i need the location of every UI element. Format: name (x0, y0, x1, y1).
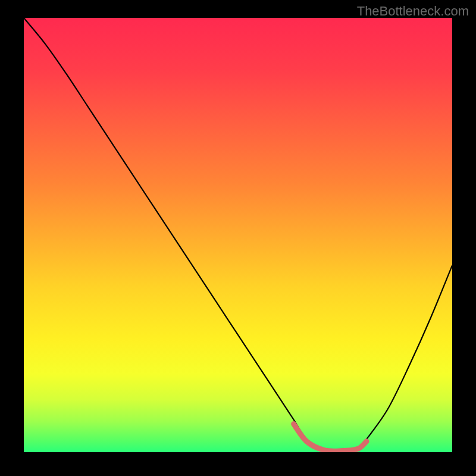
plot-area (24, 18, 452, 452)
optimal-range-marker (294, 424, 367, 452)
watermark-text: TheBottleneck.com (357, 4, 469, 19)
bottleneck-curve (24, 18, 452, 452)
chart-curve-layer (24, 18, 452, 452)
